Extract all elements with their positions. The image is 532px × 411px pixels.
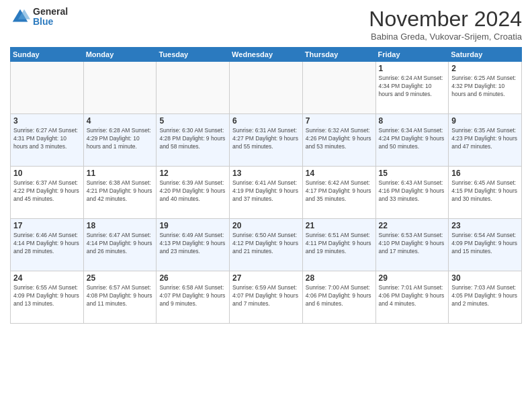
day-info: Sunrise: 6:58 AM Sunset: 4:07 PM Dayligh…: [159, 284, 226, 308]
table-row: 19Sunrise: 6:49 AM Sunset: 4:13 PM Dayli…: [157, 219, 230, 271]
table-row: 1Sunrise: 6:24 AM Sunset: 4:34 PM Daylig…: [375, 62, 449, 114]
day-info: Sunrise: 6:38 AM Sunset: 4:21 PM Dayligh…: [87, 179, 154, 203]
col-friday: Friday: [375, 48, 449, 62]
table-row: 17Sunrise: 6:46 AM Sunset: 4:14 PM Dayli…: [11, 219, 84, 271]
table-row: 5Sunrise: 6:30 AM Sunset: 4:28 PM Daylig…: [157, 114, 230, 167]
day-info: Sunrise: 6:54 AM Sunset: 4:09 PM Dayligh…: [451, 232, 519, 256]
table-row: 26Sunrise: 6:58 AM Sunset: 4:07 PM Dayli…: [157, 271, 230, 324]
day-number: 17: [13, 221, 81, 230]
day-number: 3: [13, 116, 81, 126]
day-number: 5: [159, 116, 226, 126]
logo-icon: [10, 7, 30, 27]
table-row: 9Sunrise: 6:35 AM Sunset: 4:23 PM Daylig…: [449, 114, 522, 167]
table-row: [83, 62, 157, 114]
day-number: 10: [13, 169, 81, 178]
logo-general-text: General: [33, 7, 68, 17]
day-info: Sunrise: 6:25 AM Sunset: 4:32 PM Dayligh…: [451, 75, 519, 99]
table-row: [157, 62, 230, 114]
table-row: 13Sunrise: 6:41 AM Sunset: 4:19 PM Dayli…: [230, 167, 303, 219]
day-number: 23: [451, 221, 519, 230]
day-number: 13: [232, 169, 300, 178]
day-number: 11: [87, 169, 154, 178]
col-monday: Monday: [83, 48, 157, 62]
day-number: 8: [379, 116, 446, 126]
day-number: 22: [379, 221, 446, 230]
table-row: 30Sunrise: 7:03 AM Sunset: 4:05 PM Dayli…: [449, 271, 522, 324]
day-info: Sunrise: 6:59 AM Sunset: 4:07 PM Dayligh…: [232, 284, 300, 308]
col-thursday: Thursday: [302, 48, 375, 62]
table-row: 25Sunrise: 6:57 AM Sunset: 4:08 PM Dayli…: [83, 271, 157, 324]
day-number: 7: [306, 116, 373, 126]
day-info: Sunrise: 7:03 AM Sunset: 4:05 PM Dayligh…: [451, 284, 519, 308]
table-row: 2Sunrise: 6:25 AM Sunset: 4:32 PM Daylig…: [449, 62, 522, 114]
calendar-row: 1Sunrise: 6:24 AM Sunset: 4:34 PM Daylig…: [11, 62, 522, 114]
day-number: 20: [232, 221, 300, 230]
col-tuesday: Tuesday: [157, 48, 230, 62]
header-row: Sunday Monday Tuesday Wednesday Thursday…: [11, 48, 522, 62]
table-row: [230, 62, 303, 114]
table-row: 20Sunrise: 6:50 AM Sunset: 4:12 PM Dayli…: [230, 219, 303, 271]
table-row: 23Sunrise: 6:54 AM Sunset: 4:09 PM Dayli…: [449, 219, 522, 271]
table-row: 15Sunrise: 6:43 AM Sunset: 4:16 PM Dayli…: [375, 167, 449, 219]
day-info: Sunrise: 6:37 AM Sunset: 4:22 PM Dayligh…: [13, 179, 81, 203]
day-info: Sunrise: 6:49 AM Sunset: 4:13 PM Dayligh…: [159, 232, 226, 256]
table-row: 14Sunrise: 6:42 AM Sunset: 4:17 PM Dayli…: [302, 167, 375, 219]
logo-text: General Blue: [33, 7, 68, 28]
day-number: 26: [159, 273, 226, 283]
day-number: 30: [451, 273, 519, 283]
table-row: 8Sunrise: 6:34 AM Sunset: 4:24 PM Daylig…: [375, 114, 449, 167]
day-info: Sunrise: 6:32 AM Sunset: 4:26 PM Dayligh…: [306, 127, 373, 151]
day-number: 1: [379, 64, 446, 73]
header: General Blue November 2024 Babina Greda,…: [10, 7, 522, 42]
col-wednesday: Wednesday: [230, 48, 303, 62]
table-row: 18Sunrise: 6:47 AM Sunset: 4:14 PM Dayli…: [83, 219, 157, 271]
day-info: Sunrise: 6:45 AM Sunset: 4:15 PM Dayligh…: [451, 179, 519, 203]
day-info: Sunrise: 6:27 AM Sunset: 4:31 PM Dayligh…: [13, 127, 81, 151]
table-row: 21Sunrise: 6:51 AM Sunset: 4:11 PM Dayli…: [302, 219, 375, 271]
calendar-table: Sunday Monday Tuesday Wednesday Thursday…: [10, 47, 522, 324]
col-saturday: Saturday: [449, 48, 522, 62]
day-number: 27: [232, 273, 300, 283]
day-number: 9: [451, 116, 519, 126]
table-row: 10Sunrise: 6:37 AM Sunset: 4:22 PM Dayli…: [11, 167, 84, 219]
day-info: Sunrise: 6:30 AM Sunset: 4:28 PM Dayligh…: [159, 127, 226, 151]
day-number: 19: [159, 221, 226, 230]
day-info: Sunrise: 6:43 AM Sunset: 4:16 PM Dayligh…: [379, 179, 446, 203]
day-info: Sunrise: 6:39 AM Sunset: 4:20 PM Dayligh…: [159, 179, 226, 203]
table-row: 29Sunrise: 7:01 AM Sunset: 4:06 PM Dayli…: [375, 271, 449, 324]
location-subtitle: Babina Greda, Vukovar-Srijem, Croatia: [369, 32, 522, 42]
day-info: Sunrise: 6:47 AM Sunset: 4:14 PM Dayligh…: [87, 232, 154, 256]
day-number: 18: [87, 221, 154, 230]
table-row: 7Sunrise: 6:32 AM Sunset: 4:26 PM Daylig…: [302, 114, 375, 167]
logo: General Blue: [10, 7, 68, 28]
day-info: Sunrise: 6:42 AM Sunset: 4:17 PM Dayligh…: [306, 179, 373, 203]
day-number: 12: [159, 169, 226, 178]
table-row: 27Sunrise: 6:59 AM Sunset: 4:07 PM Dayli…: [230, 271, 303, 324]
day-info: Sunrise: 6:28 AM Sunset: 4:29 PM Dayligh…: [87, 127, 154, 151]
day-info: Sunrise: 6:35 AM Sunset: 4:23 PM Dayligh…: [451, 127, 519, 151]
table-row: 6Sunrise: 6:31 AM Sunset: 4:27 PM Daylig…: [230, 114, 303, 167]
day-info: Sunrise: 7:01 AM Sunset: 4:06 PM Dayligh…: [379, 284, 446, 308]
day-info: Sunrise: 6:24 AM Sunset: 4:34 PM Dayligh…: [379, 75, 446, 99]
table-row: 16Sunrise: 6:45 AM Sunset: 4:15 PM Dayli…: [449, 167, 522, 219]
day-info: Sunrise: 6:53 AM Sunset: 4:10 PM Dayligh…: [379, 232, 446, 256]
table-row: 11Sunrise: 6:38 AM Sunset: 4:21 PM Dayli…: [83, 167, 157, 219]
day-number: 28: [306, 273, 373, 283]
table-row: [302, 62, 375, 114]
calendar-row: 3Sunrise: 6:27 AM Sunset: 4:31 PM Daylig…: [11, 114, 522, 167]
day-number: 21: [306, 221, 373, 230]
day-number: 14: [306, 169, 373, 178]
day-number: 2: [451, 64, 519, 73]
table-row: 24Sunrise: 6:55 AM Sunset: 4:09 PM Dayli…: [11, 271, 84, 324]
table-row: 3Sunrise: 6:27 AM Sunset: 4:31 PM Daylig…: [11, 114, 84, 167]
day-number: 6: [232, 116, 300, 126]
calendar-row: 17Sunrise: 6:46 AM Sunset: 4:14 PM Dayli…: [11, 219, 522, 271]
day-number: 16: [451, 169, 519, 178]
day-info: Sunrise: 6:31 AM Sunset: 4:27 PM Dayligh…: [232, 127, 300, 151]
table-row: 4Sunrise: 6:28 AM Sunset: 4:29 PM Daylig…: [83, 114, 157, 167]
day-number: 29: [379, 273, 446, 283]
main-container: General Blue November 2024 Babina Greda,…: [0, 0, 532, 330]
day-info: Sunrise: 6:51 AM Sunset: 4:11 PM Dayligh…: [306, 232, 373, 256]
table-row: 28Sunrise: 7:00 AM Sunset: 4:06 PM Dayli…: [302, 271, 375, 324]
day-info: Sunrise: 7:00 AM Sunset: 4:06 PM Dayligh…: [306, 284, 373, 308]
